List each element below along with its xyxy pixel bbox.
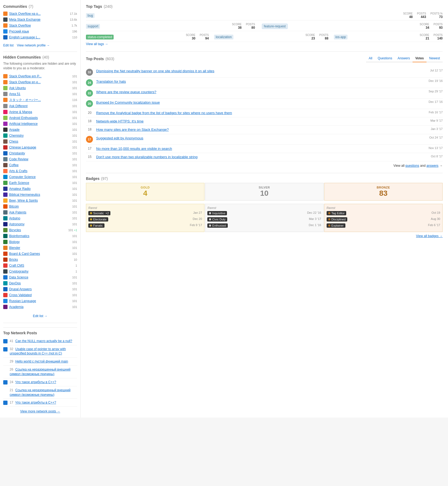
hidden-community-name[interactable]: Christianity xyxy=(9,151,67,155)
view-all-tags-link[interactable]: View all tags → xyxy=(86,42,108,46)
network-post-title[interactable]: Ссылка на неразрешенный внешний символ (… xyxy=(10,368,70,376)
edit-list-bottom-link[interactable]: Edit list → xyxy=(3,313,77,320)
hidden-community-name[interactable]: スタック・オーバー... xyxy=(9,98,67,102)
network-post-title[interactable]: Что такое атрибуты в С++? xyxy=(15,401,56,404)
post-title[interactable]: Network-wide HTTPS: It's time xyxy=(96,119,144,124)
hidden-community-item: Ask Patents 101 xyxy=(3,209,77,215)
hidden-community-name[interactable]: Amateur Radio xyxy=(9,187,67,191)
tag-support[interactable]: support xyxy=(86,24,100,29)
network-post-title[interactable]: Usable case of pointer to array with uns… xyxy=(10,347,66,356)
tab-all[interactable]: All xyxy=(366,55,375,62)
tag-localization[interactable]: localization xyxy=(214,35,233,39)
view-more-network-link[interactable]: View more network posts → xyxy=(3,409,77,413)
post-title[interactable]: Dismissing the Net neutrality banner on … xyxy=(96,69,214,74)
hidden-community-rep: 101 xyxy=(69,146,77,149)
hidden-community-name[interactable]: Ask Patents xyxy=(9,211,67,214)
hidden-community-item: Cryptography 1 xyxy=(3,269,77,274)
post-title[interactable]: How many sites are there on Stack Exchan… xyxy=(96,127,169,132)
hidden-community-name[interactable]: Code Review xyxy=(9,157,67,161)
post-title[interactable]: Suggested edit by Anonymous xyxy=(96,136,143,141)
hidden-community-rep: 101 xyxy=(69,282,77,285)
hidden-community-name[interactable]: Board & Card Games xyxy=(9,252,67,256)
hidden-community-name[interactable]: Arqade xyxy=(9,128,67,132)
community-name[interactable]: English Language L... xyxy=(9,35,65,39)
hidden-community-name[interactable]: Anime & Manga xyxy=(9,110,67,114)
hidden-community-name[interactable]: Craft CMS xyxy=(9,264,67,267)
hidden-community-name[interactable]: Blender xyxy=(9,246,67,250)
tab-answers[interactable]: Answers xyxy=(395,55,413,62)
hidden-community-item: Computer Science 101 xyxy=(3,174,77,180)
post-title[interactable]: Remove the Analytical badge from the lis… xyxy=(96,111,232,115)
hidden-community-name[interactable]: Chemistry xyxy=(9,134,67,137)
sidebar: Communities (7) Stack Overflow на р... 1… xyxy=(0,0,81,418)
tag-feature-request[interactable]: feature-request xyxy=(262,24,287,29)
community-name[interactable]: Meta Stack Exchange xyxy=(9,18,65,21)
hidden-community-icon xyxy=(3,198,8,203)
network-post-title[interactable]: Ссылка на неразрешенный внешний символ (… xyxy=(10,388,70,397)
network-post-item: 21 Ссылка на неразрешенный внешний симво… xyxy=(3,386,77,399)
hidden-community-name[interactable]: Bicycles xyxy=(9,228,67,232)
hidden-community-item: Drupal Answers 101 xyxy=(3,286,77,292)
post-title[interactable]: Translation for hats xyxy=(96,79,126,84)
hidden-community-name[interactable]: Chinese Language xyxy=(9,146,67,149)
post-date: Jan 3 '17 xyxy=(431,127,443,130)
hidden-community-icon xyxy=(3,86,8,90)
community-name[interactable]: Stack Overflow xyxy=(9,24,65,27)
post-title[interactable]: Bumped by Community localization issue xyxy=(96,100,160,105)
hidden-community-name[interactable]: Cross Validated xyxy=(9,293,67,297)
tag-bug[interactable]: bug xyxy=(86,13,95,18)
tag-status-completed[interactable]: status-completed xyxy=(86,35,114,39)
view-network-profile-link[interactable]: View network profile → xyxy=(17,43,50,47)
hidden-community-name[interactable]: Cryptography xyxy=(9,270,67,273)
hidden-community-name[interactable]: Data Science xyxy=(9,275,67,279)
hidden-community-name[interactable]: Bricks xyxy=(9,258,67,262)
network-post-icon xyxy=(3,339,8,343)
hidden-community-name[interactable]: DevOps xyxy=(9,281,67,285)
tab-votes[interactable]: Votes xyxy=(413,55,427,62)
hidden-community-name[interactable]: Bioinformatics xyxy=(9,234,67,238)
hidden-community-rep: 101 +1 xyxy=(68,229,77,232)
hidden-community-name[interactable]: Biology xyxy=(9,240,67,244)
hidden-community-name[interactable]: Arduino xyxy=(9,216,67,220)
hidden-community-name[interactable]: Ask Different xyxy=(9,104,67,108)
tab-questions[interactable]: Questions xyxy=(375,55,395,62)
network-post-title[interactable]: Hello world с пустой функцией main xyxy=(15,360,68,363)
hidden-community-name[interactable]: Computer Science xyxy=(9,175,67,179)
view-all-questions-link[interactable]: questions xyxy=(405,164,419,168)
hidden-community-name[interactable]: Biblical Hermeneutics xyxy=(9,193,67,197)
hidden-community-name[interactable]: Russian Language xyxy=(9,299,67,303)
tab-newest[interactable]: Newest xyxy=(427,55,443,62)
hidden-community-rep: 101 xyxy=(69,187,77,190)
post-title[interactable]: Where are the review queue counters? xyxy=(96,90,156,95)
hidden-community-name[interactable]: Artificial Intelligence xyxy=(9,122,67,126)
hidden-community-name[interactable]: Earth Science xyxy=(9,181,67,185)
post-title[interactable]: Don't use more than two pluralizable num… xyxy=(96,155,198,159)
community-name[interactable]: Stack Overflow на р... xyxy=(9,12,65,16)
tag-ios-app[interactable]: ios-app xyxy=(334,35,348,39)
post-title[interactable]: No more than 10,000 results are visible … xyxy=(96,146,172,151)
hidden-community-name[interactable]: Arts & Crafts xyxy=(9,169,67,173)
view-all-badges-link[interactable]: View all badges → xyxy=(86,234,443,238)
hidden-community-name[interactable]: Ask Ubuntu xyxy=(9,86,67,90)
hidden-community-item: Cross Validated 101 xyxy=(3,292,77,298)
hidden-community-name[interactable]: Chess xyxy=(9,140,67,143)
view-all-answers-link[interactable]: answers xyxy=(427,164,439,168)
hidden-community-name[interactable]: Android Enthusiasts xyxy=(9,116,67,120)
hidden-community-icon xyxy=(3,269,8,274)
badge-disciplined: Disciplined xyxy=(327,217,347,222)
hidden-community-name[interactable]: Coffee xyxy=(9,163,67,167)
network-post-title[interactable]: Can the NULL macro actually be a null? xyxy=(15,339,72,343)
hidden-community-name[interactable]: Stack Overflow en e... xyxy=(9,80,67,84)
hidden-community-name[interactable]: Area 51 xyxy=(9,92,67,96)
hidden-community-name[interactable]: Beer, Wine & Spirits xyxy=(9,199,67,202)
network-post-title[interactable]: Что такое атрибуты в С++? xyxy=(15,380,56,384)
hidden-community-name[interactable]: Academia xyxy=(9,305,67,309)
hidden-community-name[interactable]: Stack Overflow em P... xyxy=(9,74,67,78)
edit-list-top-link[interactable]: Edit list xyxy=(3,43,14,47)
community-name[interactable]: Русский язык xyxy=(9,30,65,33)
hidden-community-rep: 101 xyxy=(69,240,77,244)
hidden-community-name[interactable]: Astronomy xyxy=(9,222,67,226)
post-score: 17 xyxy=(86,146,93,150)
hidden-community-name[interactable]: Bitcoin xyxy=(9,205,67,208)
hidden-community-name[interactable]: Drupal Answers xyxy=(9,287,67,291)
